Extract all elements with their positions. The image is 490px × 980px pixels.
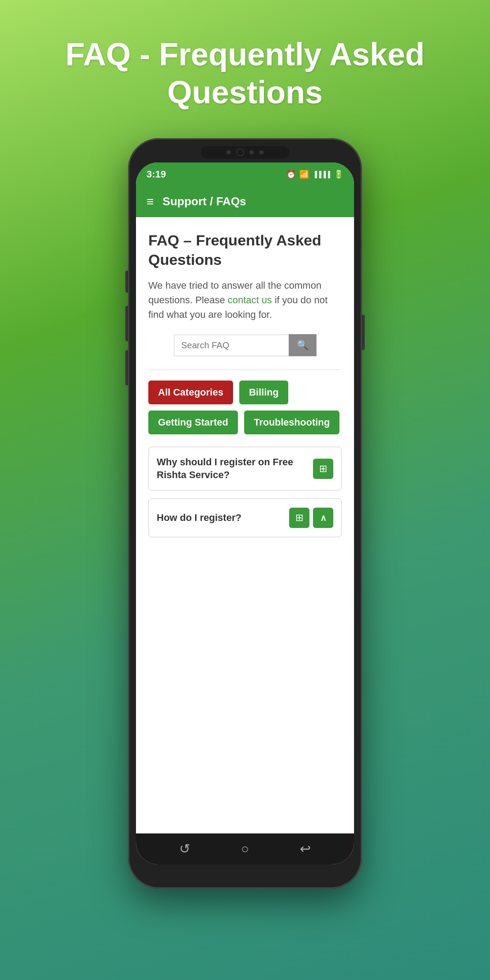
volume-up-button (125, 306, 128, 341)
alarm-icon: ⏰ (286, 170, 296, 179)
search-input[interactable] (174, 335, 289, 356)
faq-item-1: Why should I register on Free Rishta Ser… (148, 447, 342, 490)
faq-toggle-btn-1[interactable]: ⊞ (313, 459, 333, 479)
phone-shell: 3:19 ⏰ 📶 ▐▐▐▐ 🔋 ≡ Support / FAQs FAQ – F… (128, 138, 362, 889)
camera-dot (236, 148, 244, 156)
sensor-dot (226, 150, 231, 155)
faq-question-2: How do I register? (157, 512, 283, 524)
scroll-top-button[interactable]: ∧ (313, 508, 333, 528)
app-bar: ≡ Support / FAQs (136, 186, 354, 217)
home-button[interactable]: ○ (241, 841, 249, 856)
faq-question-1: Why should I register on Free Rishta Ser… (157, 456, 307, 481)
hamburger-menu-icon[interactable]: ≡ (147, 195, 154, 209)
category-getting-started[interactable]: Getting Started (148, 411, 238, 434)
faq-heading: FAQ – Frequently Asked Questions (148, 230, 342, 269)
faq-item-2: How do I register? ⊞ ∧ (148, 498, 342, 537)
forward-button[interactable]: ↩ (300, 841, 311, 856)
faq-toggle-icon-2: ⊞ (295, 512, 303, 524)
volume-silent-button (125, 271, 128, 293)
wifi-icon: 📶 (299, 170, 309, 179)
back-button[interactable]: ↺ (179, 841, 190, 856)
status-icons: ⏰ 📶 ▐▐▐▐ 🔋 (286, 170, 343, 179)
phone-notch (201, 146, 289, 158)
sensor-dot-2 (249, 150, 254, 155)
divider (148, 369, 342, 370)
category-billing[interactable]: Billing (239, 381, 288, 404)
category-all[interactable]: All Categories (148, 381, 233, 404)
battery-icon: 🔋 (334, 170, 343, 179)
page-title: FAQ - Frequently AskedQuestions (39, 35, 451, 112)
faq-toggle-btn-2[interactable]: ⊞ (289, 508, 309, 528)
status-bar: 3:19 ⏰ 📶 ▐▐▐▐ 🔋 (136, 162, 354, 186)
faq-description: We have tried to answer all the common q… (148, 278, 342, 322)
search-container: 🔍 (148, 334, 342, 356)
status-time: 3:19 (147, 169, 166, 180)
bottom-nav: ↺ ○ ↩ (136, 833, 354, 864)
volume-down-button (125, 350, 128, 385)
contact-us-link[interactable]: contact us (228, 294, 272, 305)
content-area: FAQ – Frequently Asked Questions We have… (136, 217, 354, 833)
app-bar-title: Support / FAQs (162, 195, 246, 208)
power-button (362, 315, 365, 350)
chevron-up-icon: ∧ (320, 513, 327, 523)
phone-screen: 3:19 ⏰ 📶 ▐▐▐▐ 🔋 ≡ Support / FAQs FAQ – F… (136, 162, 354, 864)
category-troubleshooting[interactable]: Troubleshooting (244, 411, 339, 434)
faq-toggle-icon-1: ⊞ (319, 463, 327, 475)
search-button[interactable]: 🔍 (289, 334, 317, 356)
sensor-dot-3 (259, 150, 264, 155)
phone-mockup: 3:19 ⏰ 📶 ▐▐▐▐ 🔋 ≡ Support / FAQs FAQ – F… (128, 138, 362, 889)
categories-container: All Categories Billing Getting Started T… (148, 381, 342, 434)
signal-icon: ▐▐▐▐ (313, 171, 330, 178)
